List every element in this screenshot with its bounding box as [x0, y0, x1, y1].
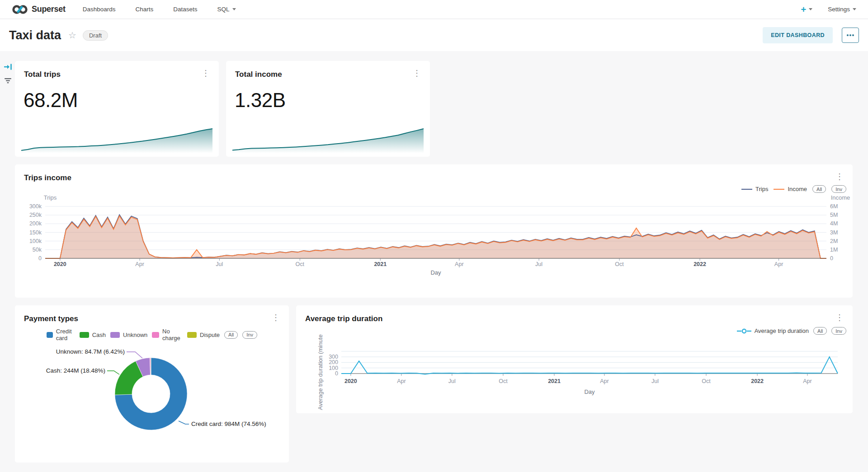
- svg-text:Apr: Apr: [600, 378, 609, 384]
- svg-text:4M: 4M: [830, 220, 838, 227]
- svg-text:Income: Income: [831, 194, 850, 201]
- svg-text:Day: Day: [584, 388, 595, 395]
- svg-text:2022: 2022: [693, 261, 706, 267]
- nav-item-dashboards[interactable]: Dashboards: [83, 6, 116, 13]
- kebab-menu-icon[interactable]: ⋮: [833, 172, 846, 182]
- nav-menu: Dashboards Charts Datasets SQL: [83, 6, 236, 13]
- svg-text:Oct: Oct: [615, 261, 624, 267]
- svg-text:Jul: Jul: [651, 378, 659, 384]
- svg-text:Apr: Apr: [774, 261, 783, 267]
- svg-text:Average trip duration (minute: Average trip duration (minute: [317, 334, 324, 410]
- header-actions: EDIT DASHBOARD: [763, 27, 859, 43]
- svg-text:Unknown: 84.7M (6.42%): Unknown: 84.7M (6.42%): [56, 348, 125, 355]
- svg-text:Apr: Apr: [455, 261, 463, 267]
- expand-filter-bar-icon[interactable]: [4, 63, 13, 70]
- svg-text:0: 0: [830, 255, 833, 262]
- big-number-value: 68.2M: [24, 89, 78, 112]
- card-title: Payment types: [24, 314, 78, 323]
- brand-name: Superset: [32, 5, 66, 14]
- svg-text:2021: 2021: [374, 261, 387, 267]
- trips-income-chart: 0050k1M100k2M150k3M200k4M250k5M300k6MTri…: [15, 192, 853, 280]
- svg-text:0: 0: [335, 370, 338, 377]
- card-trips-income: Trips income ⋮ Trips Income All Inv 0050…: [15, 164, 853, 298]
- dashboard-page: Superset Dashboards Charts Datasets SQL …: [0, 0, 868, 472]
- svg-text:Oct: Oct: [296, 261, 305, 267]
- svg-text:Oct: Oct: [702, 378, 711, 384]
- card-title: Total trips: [24, 70, 61, 79]
- svg-text:1M: 1M: [830, 247, 838, 253]
- svg-text:Jul: Jul: [448, 378, 456, 384]
- svg-text:Apr: Apr: [397, 378, 406, 384]
- svg-text:300k: 300k: [29, 203, 42, 210]
- svg-text:6M: 6M: [830, 203, 838, 210]
- chevron-down-icon: [853, 8, 856, 10]
- svg-text:2M: 2M: [830, 238, 838, 244]
- svg-text:100: 100: [329, 365, 338, 371]
- svg-text:250k: 250k: [29, 212, 42, 218]
- card-total-income: Total income ⋮ 1.32B: [226, 61, 430, 157]
- chart-legend: Trips Income All Inv: [741, 185, 846, 193]
- svg-text:0: 0: [38, 255, 42, 262]
- payment-types-donut-chart: Unknown: 84.7M (6.42%)Cash: 244M (18.48%…: [15, 332, 289, 463]
- svg-text:Apr: Apr: [135, 261, 144, 267]
- svg-text:Credit card: 984M (74.56%): Credit card: 984M (74.56%): [191, 421, 266, 427]
- nav-item-charts[interactable]: Charts: [135, 6, 153, 13]
- svg-text:300: 300: [329, 354, 338, 360]
- svg-text:3M: 3M: [830, 229, 838, 236]
- svg-text:Day: Day: [430, 269, 441, 276]
- infinity-logo-icon: [12, 4, 28, 15]
- svg-text:Jul: Jul: [535, 261, 542, 267]
- svg-text:200: 200: [329, 359, 338, 365]
- svg-text:Apr: Apr: [803, 378, 811, 384]
- kebab-menu-icon[interactable]: ⋮: [199, 68, 212, 78]
- svg-text:2020: 2020: [344, 378, 357, 384]
- dashboard-header: Taxi data ☆ Draft EDIT DASHBOARD: [0, 19, 868, 51]
- chevron-down-icon: [809, 8, 812, 10]
- legend-all-pill[interactable]: All: [812, 185, 826, 193]
- page-title: Taxi data: [9, 28, 61, 42]
- trendline-chart: [232, 127, 424, 153]
- nav-item-sql[interactable]: SQL: [217, 6, 236, 13]
- top-nav: Superset Dashboards Charts Datasets SQL …: [0, 0, 868, 19]
- filter-icon[interactable]: [4, 78, 12, 84]
- new-button[interactable]: +: [801, 5, 813, 14]
- svg-text:Jul: Jul: [216, 261, 223, 267]
- superset-logo[interactable]: Superset: [12, 4, 66, 15]
- legend-inv-pill[interactable]: Inv: [831, 185, 846, 193]
- card-title: Trips income: [24, 173, 71, 182]
- svg-text:200k: 200k: [29, 220, 42, 227]
- kebab-menu-icon[interactable]: ⋮: [410, 68, 424, 78]
- avg-trip-duration-chart: 0100200300Average trip duration (minute2…: [296, 332, 853, 413]
- chevron-down-icon: [232, 8, 236, 10]
- svg-text:Trips: Trips: [44, 194, 57, 201]
- card-avg-trip-duration: Average trip duration ⋮ Average trip dur…: [296, 305, 853, 413]
- kebab-menu-icon[interactable]: ⋮: [833, 313, 846, 322]
- svg-text:100k: 100k: [29, 238, 42, 244]
- svg-text:2022: 2022: [751, 378, 764, 384]
- svg-text:2020: 2020: [54, 261, 66, 267]
- legend-item-income[interactable]: Income: [774, 186, 807, 192]
- edit-dashboard-button[interactable]: EDIT DASHBOARD: [763, 27, 833, 43]
- nav-item-datasets[interactable]: Datasets: [173, 6, 197, 13]
- svg-text:Oct: Oct: [499, 378, 508, 384]
- trips-line-swatch: [741, 189, 752, 190]
- plus-icon: +: [801, 5, 807, 14]
- settings-menu[interactable]: Settings: [828, 6, 856, 13]
- svg-text:Cash: 244M (18.48%): Cash: 244M (18.48%): [46, 367, 105, 374]
- svg-text:2021: 2021: [548, 378, 561, 384]
- card-title: Total income: [235, 70, 282, 79]
- svg-text:150k: 150k: [29, 229, 42, 236]
- svg-text:50k: 50k: [33, 247, 42, 253]
- big-number-value: 1.32B: [235, 89, 285, 112]
- status-badge: Draft: [83, 30, 108, 41]
- favorite-star-icon[interactable]: ☆: [68, 30, 76, 41]
- kebab-menu-icon[interactable]: ⋮: [269, 313, 283, 322]
- card-title: Average trip duration: [305, 314, 382, 323]
- nav-right: + Settings: [801, 5, 856, 14]
- income-line-swatch: [774, 189, 784, 190]
- card-total-trips: Total trips ⋮ 68.2M: [15, 61, 219, 157]
- legend-item-trips[interactable]: Trips: [741, 186, 768, 192]
- svg-text:5M: 5M: [830, 212, 838, 218]
- card-payment-types: Payment types ⋮ Credit card Cash Unknown…: [15, 305, 289, 463]
- more-actions-button[interactable]: [842, 28, 859, 43]
